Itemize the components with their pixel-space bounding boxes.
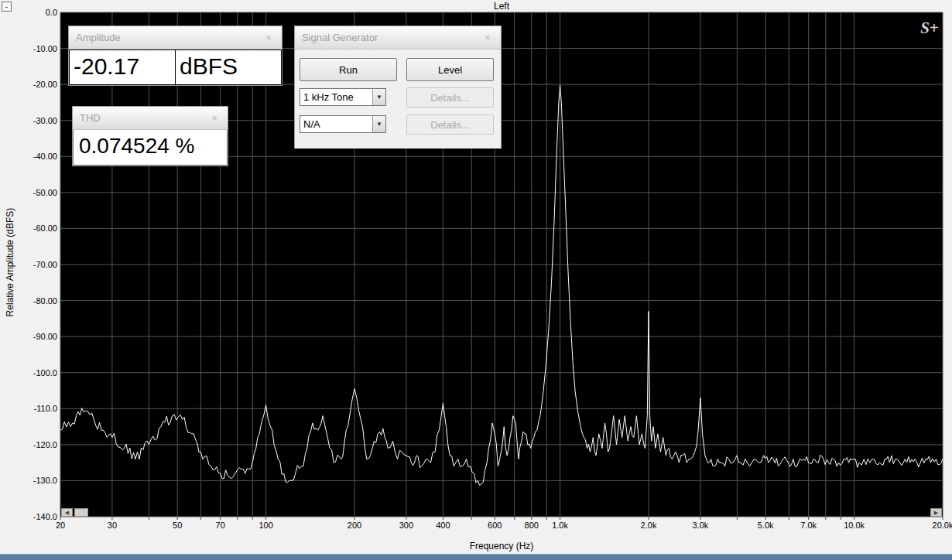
y-tick-label: -80.00	[0, 296, 57, 306]
amplitude-titlebar[interactable]: Amplitude ×	[69, 26, 282, 50]
y-tick-label: -110.0	[0, 404, 57, 413]
y-tick-label: -60.00	[0, 224, 57, 233]
chevron-down-icon[interactable]: ▼	[372, 116, 385, 132]
plot-title: Left	[60, 1, 943, 12]
x-tick-label: 3.0k	[681, 521, 720, 530]
x-tick-label: 2.0k	[629, 521, 668, 530]
y-tick-label: -10.00	[0, 44, 57, 53]
run-button[interactable]: Run	[300, 58, 397, 81]
x-tick-label: 100	[247, 521, 286, 530]
y-tick-label: -50.00	[0, 188, 57, 197]
secondary-select[interactable]: N/A ▼	[300, 115, 386, 133]
thd-value: 0.074524 %	[73, 130, 228, 166]
x-tick-label: 20.0k	[923, 521, 952, 530]
x-tick-label: 7.0k	[789, 521, 828, 530]
y-tick-label: -30.00	[0, 116, 57, 125]
amplitude-unit: dBFS	[176, 50, 282, 85]
x-tick-label: 5.0k	[746, 521, 785, 530]
close-icon[interactable]: ×	[208, 112, 221, 124]
y-tick-label: -130.0	[0, 476, 57, 485]
scroll-right-icon: ▶	[934, 509, 938, 516]
signal-generator-title: Signal Generator	[302, 32, 378, 43]
scrollbar-thumb[interactable]	[74, 508, 88, 517]
waveform-details-button[interactable]: Details...	[406, 87, 494, 108]
scroll-right-button[interactable]: ▶	[930, 508, 942, 517]
amplitude-value: -20.17	[69, 50, 176, 85]
signal-generator-titlebar[interactable]: Signal Generator ×	[295, 26, 501, 50]
amplitude-title: Amplitude	[76, 32, 121, 43]
x-tick-label: 50	[158, 521, 197, 530]
close-icon[interactable]: ×	[481, 32, 494, 43]
brand-logo: S+	[913, 19, 946, 38]
chevron-down-icon[interactable]: ▼	[372, 89, 385, 105]
minus-icon: -	[5, 2, 8, 11]
amplitude-panel: Amplitude × -20.17 dBFS	[68, 26, 283, 86]
y-tick-label: -120.0	[0, 440, 57, 449]
x-tick-label: 10.0k	[835, 521, 874, 530]
y-tick-label: -100.0	[0, 368, 57, 377]
x-tick-label: 20	[41, 521, 80, 530]
secondary-details-button[interactable]: Details...	[406, 114, 494, 135]
thd-panel: THD × 0.074524 %	[72, 106, 228, 166]
x-tick-label: 600	[475, 521, 514, 530]
x-tick-label: 200	[335, 521, 374, 530]
x-tick-label: 400	[423, 521, 462, 530]
secondary-select-value: N/A	[303, 118, 320, 130]
y-tick-label: -40.00	[0, 152, 57, 161]
status-bar	[0, 554, 952, 560]
x-axis-label: Frequency (Hz)	[60, 541, 943, 551]
signal-generator-body: Run Level 1 kHz Tone ▼ Details... N/A ▼ …	[295, 50, 501, 149]
y-tick-label: -70.00	[0, 260, 57, 269]
thd-titlebar[interactable]: THD ×	[73, 107, 228, 130]
x-tick-label: 1.0k	[541, 521, 580, 530]
signal-generator-panel: Signal Generator × Run Level 1 kHz Tone …	[294, 26, 502, 149]
close-icon[interactable]: ×	[262, 32, 275, 43]
scroll-left-icon: ◀	[65, 509, 69, 516]
waveform-select-value: 1 kHz Tone	[303, 91, 354, 103]
x-tick-label: 30	[93, 521, 132, 530]
x-tick-label: 70	[201, 521, 240, 530]
scroll-left-button[interactable]: ◀	[61, 508, 73, 517]
y-tick-label: -20.00	[0, 80, 57, 89]
waveform-select[interactable]: 1 kHz Tone ▼	[300, 88, 386, 106]
collapse-toggle[interactable]: -	[2, 2, 12, 12]
x-tick-label: 300	[387, 521, 426, 530]
amplitude-readout: -20.17 dBFS	[69, 50, 282, 85]
y-tick-label: -90.00	[0, 332, 57, 341]
thd-title: THD	[80, 112, 101, 124]
level-button[interactable]: Level	[406, 58, 494, 81]
